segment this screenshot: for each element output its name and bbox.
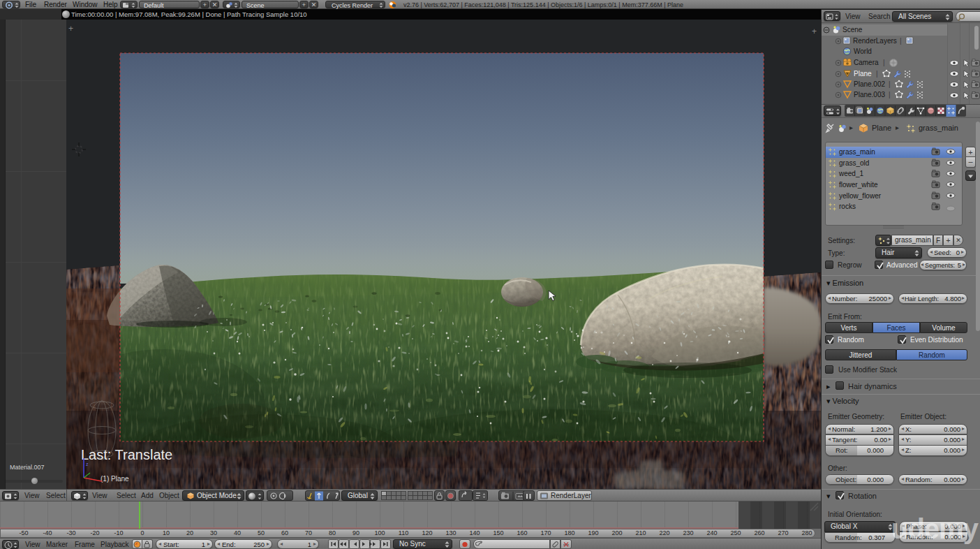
svg-text:z: z <box>86 462 89 467</box>
